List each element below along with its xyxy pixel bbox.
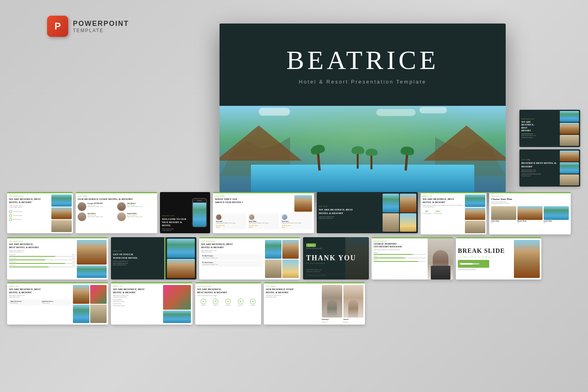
slide-staff: Our Team OUR BEATRICE STAFF HOTEL & RESO… bbox=[76, 192, 157, 233]
beatrice-best-title: BEATRICE BEST HOTEL & RESORT bbox=[521, 162, 557, 168]
p-icon: P bbox=[47, 16, 68, 37]
ppt-text-block: POWERPOINT TEMPLATE bbox=[73, 20, 129, 33]
hero-title: BEATRICE bbox=[287, 45, 439, 76]
hero-right-slides: Our Services WE AREBEATRICE,BESTRESORT A… bbox=[519, 110, 580, 187]
hero-slide: BEATRICE Hotel & Resort Presentation Tem… bbox=[220, 24, 506, 192]
slide-beatrice-alt: About Us WE ARE BEATRICE, BESTHOTEL & RE… bbox=[7, 282, 108, 325]
cloud3 bbox=[419, 107, 447, 113]
powerpoint-icon: P bbox=[47, 16, 68, 37]
slide-beatrice-best-dark: Our Team WE ARE BEATRICE, BESTHOTEL & RE… bbox=[317, 192, 418, 233]
slide-mobile: Introduction WELCOME TO OUR NICE RESORT … bbox=[160, 192, 210, 233]
hero-subtitle: Hotel & Resort Presentation Template bbox=[299, 79, 426, 85]
slide-flowers: About Us WE ARE BEATRICE, BESTHOTEL & RE… bbox=[111, 282, 192, 325]
slide-photo-grid: Our Services WE ARE BEATRICE, BESTHOTEL … bbox=[199, 237, 300, 279]
slide-we-are-beatrice-1: Our Services WE ARE BEATRICE, BESTHOTEL … bbox=[7, 192, 73, 233]
ppt-label: P POWERPOINT TEMPLATE bbox=[47, 16, 129, 37]
palm2 bbox=[357, 151, 359, 169]
slide-contact: Contact Us GET IN TOUCHWITH OUR HOTEL Ca… bbox=[111, 237, 196, 279]
slide-reviews: Our Team WHAT THEY SAYABOUT OUR HOTEL? S… bbox=[213, 192, 314, 233]
slide-about-beatrice: About Us WE ARE BEATRICE, BESTHOTEL & RE… bbox=[421, 192, 486, 234]
slide-services-list: Our Services WE ARE BEATRICE,BEST HOTEL … bbox=[7, 237, 108, 279]
slide-services-icons: Our Services WE ARE BEATRICE,BEST HOTEL … bbox=[195, 282, 261, 325]
slide-break: BREAK SLIDE Let's Have A Break For 10 Mi… bbox=[456, 237, 541, 279]
cloud1 bbox=[259, 108, 290, 116]
slide-beatrice-top-right: Our Services WE AREBEATRICE,BESTRESORT A… bbox=[519, 110, 580, 147]
cloud2 bbox=[376, 109, 416, 116]
pool-water bbox=[251, 165, 474, 192]
hero-image bbox=[220, 106, 506, 192]
palm4 bbox=[370, 153, 372, 169]
ppt-main-label: POWERPOINT bbox=[73, 20, 129, 28]
slide-team-portraits: Our Team OUR BEATRICE STAFFHOTEL & RESOR… bbox=[264, 282, 365, 325]
ppt-sub-label: TEMPLATE bbox=[73, 28, 129, 33]
slide-ceo: Management GEORGE MORINHO –CEO RESORT MA… bbox=[372, 237, 453, 279]
slide-thank-you: Beatrice Best Hotel & Resort in 2024 THA… bbox=[303, 237, 369, 279]
slide-beatrice-best: Our Team BEATRICE BEST HOTEL & RESORT Al… bbox=[519, 149, 580, 187]
p-letter: P bbox=[54, 21, 61, 32]
slide-pricing: Pricing List Choose Your Plan Aliqui sin… bbox=[489, 192, 571, 234]
slides-grid: Our Services WE ARE BEATRICE, BESTHOTEL … bbox=[7, 192, 581, 389]
hero-top: BEATRICE Hotel & Resort Presentation Tem… bbox=[220, 24, 506, 106]
